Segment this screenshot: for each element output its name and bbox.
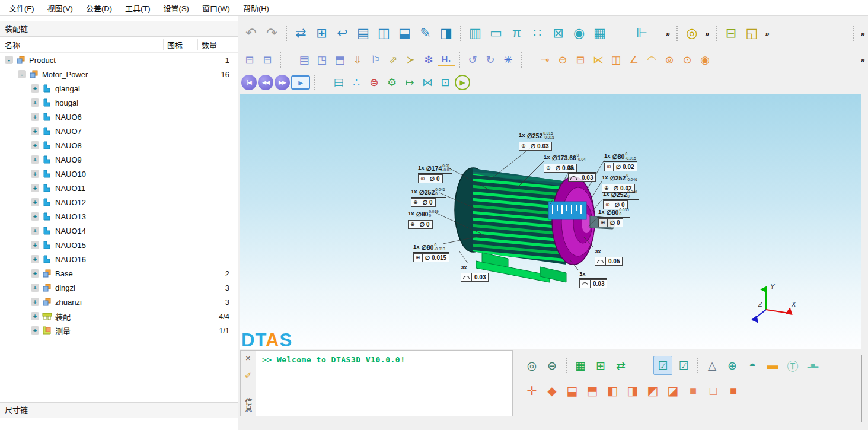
tree-row-Base[interactable]: +Base2 <box>0 266 238 281</box>
tree-row-NAUO12[interactable]: +NAUO12 <box>0 195 238 209</box>
overflow-chevron[interactable]: » <box>858 55 868 64</box>
tree-row-NAUO9[interactable]: +NAUO9 <box>0 152 238 167</box>
tree-row-NAUO8[interactable]: +NAUO8 <box>0 138 238 152</box>
view-back-button[interactable]: ◪ <box>664 382 682 400</box>
tree-item-label[interactable]: NAUO11 <box>55 184 85 193</box>
tree-row-dingzi[interactable]: +dingzi3 <box>0 281 238 295</box>
grid-outline-button[interactable]: ⊞ <box>592 356 609 374</box>
redo-button[interactable]: ↷ <box>262 24 282 43</box>
edit-document-button[interactable]: ✎ <box>416 24 435 43</box>
undo-button[interactable]: ↶ <box>241 24 261 43</box>
tree-row-qiangai[interactable]: +qiangai <box>0 81 238 95</box>
swap-layout-button[interactable]: ⇄ <box>612 356 630 374</box>
expand-icon[interactable]: + <box>31 113 39 121</box>
column-name[interactable]: 名称 <box>0 39 163 50</box>
explode-star-button[interactable]: ✳ <box>500 52 516 68</box>
assembly-sequence-button[interactable]: ▤ <box>296 52 312 68</box>
spec-report-button[interactable]: ▤ <box>330 74 347 91</box>
expand-icon[interactable]: + <box>31 241 39 249</box>
menu-tolerance[interactable]: 公差(D) <box>79 2 119 14</box>
explode-view-button[interactable]: ∴ <box>348 74 365 91</box>
tree-item-label[interactable]: NAUO10 <box>55 170 86 179</box>
tree-item-label[interactable]: 测量 <box>55 325 71 336</box>
viewport[interactable]: Y X Z DTAS 1x∅2520.015-0.015⊕∅ 0.031x∅17… <box>240 94 861 349</box>
menu-settings[interactable]: 设置(S) <box>157 2 196 14</box>
polyline-measure-button[interactable]: ≻ <box>403 52 419 68</box>
verify-panel-button[interactable]: ☑ <box>675 356 693 374</box>
expand-icon[interactable]: + <box>31 170 39 178</box>
isometric-view-button[interactable]: ◆ <box>543 382 561 400</box>
new-project-button[interactable]: ⊞ <box>312 24 331 43</box>
run-simulation-button[interactable]: ▶ <box>455 75 470 90</box>
mirror-view-button[interactable]: ⋈ <box>419 74 436 91</box>
display-solid-button[interactable]: ■ <box>684 382 702 400</box>
tree-row-NAUO14[interactable]: +NAUO14 <box>0 224 238 238</box>
export-document-button[interactable]: ◨ <box>436 24 456 43</box>
menu-tools[interactable]: 工具(T) <box>119 2 157 14</box>
console-close-icon[interactable]: × <box>245 353 251 363</box>
runout-tolerance-button[interactable]: ◉ <box>697 52 713 68</box>
assembly-operation-button[interactable]: ⊟ <box>721 24 741 43</box>
statistics-chart-button[interactable]: ▂▆▃ <box>804 356 822 374</box>
expand-icon[interactable]: + <box>31 255 39 263</box>
menu-view[interactable]: 视图(V) <box>41 2 79 14</box>
mate-vertical-button[interactable]: ⊟ <box>259 52 276 68</box>
expand-icon[interactable]: + <box>31 198 39 206</box>
tree-row-NAUO6[interactable]: +NAUO6 <box>0 110 238 124</box>
tree-item-label[interactable]: NAUO12 <box>55 198 86 207</box>
cube-settings-button[interactable]: ⊡ <box>437 74 454 91</box>
tree-item-label[interactable]: dingzi <box>55 284 75 292</box>
primitive-shapes-button[interactable]: △ <box>703 356 721 374</box>
tolerance-vector-button[interactable]: ⊸ <box>537 52 553 68</box>
feature-bolt-circle-button[interactable]: ◉ <box>569 24 589 43</box>
save-project-button[interactable]: ⬓ <box>395 24 414 43</box>
measure-ruler-button[interactable]: ▬ <box>764 356 781 374</box>
expand-icon[interactable]: + <box>31 269 39 278</box>
grid-filled-button[interactable]: ▦ <box>572 356 589 374</box>
locate-half-button[interactable]: ◓ <box>743 356 761 374</box>
tree-row-NAUO11[interactable]: +NAUO11 <box>0 181 238 195</box>
fast-forward-button[interactable]: ▶▶ <box>275 75 290 90</box>
feature-slot-plane-button[interactable]: ▥ <box>465 24 485 43</box>
mate-horizontal-button[interactable]: ⊟ <box>241 52 258 68</box>
expand-icon[interactable]: + <box>31 184 39 192</box>
expand-icon[interactable]: + <box>31 84 39 93</box>
tree-item-label[interactable]: NAUO6 <box>55 113 82 122</box>
overflow-chevron[interactable]: » <box>702 29 712 38</box>
expand-icon[interactable]: + <box>31 284 39 292</box>
profile-tolerance-button[interactable]: ◠ <box>643 52 660 68</box>
ellipse-tolerance-button[interactable]: ⊙ <box>679 52 695 68</box>
tree-item-label[interactable]: NAUO15 <box>55 241 86 250</box>
expand-icon[interactable]: + <box>31 141 39 149</box>
view-bottom-button[interactable]: ⬓ <box>563 382 581 400</box>
expand-icon[interactable]: + <box>31 312 39 320</box>
tree-row-装配[interactable]: +装配4/4 <box>0 309 238 323</box>
collapse-icon[interactable]: - <box>5 56 13 64</box>
tree-row-zhuanzi[interactable]: +zhuanzi3 <box>0 295 238 309</box>
expand-icon[interactable]: + <box>31 127 39 135</box>
view-top-button[interactable]: ⬒ <box>583 382 601 400</box>
expand-icon[interactable]: + <box>31 227 39 235</box>
tree-item-label[interactable]: 装配 <box>55 311 71 322</box>
menu-window[interactable]: 窗口(W) <box>196 2 237 14</box>
diameter-tolerance-button[interactable]: ⊖ <box>554 52 571 68</box>
tree-item-label[interactable]: NAUO13 <box>55 212 86 221</box>
tree-item-label[interactable]: hougai <box>55 98 78 107</box>
menu-help[interactable]: 帮助(H) <box>237 2 276 14</box>
overflow-chevron[interactable]: » <box>663 29 673 38</box>
tree-item-label[interactable]: NAUO8 <box>55 141 82 150</box>
distance-tolerance-button[interactable]: ⊟ <box>572 52 589 68</box>
tree-item-label[interactable]: Motor_Power <box>42 70 88 79</box>
tree-row-NAUO15[interactable]: +NAUO15 <box>0 238 238 252</box>
column-icon[interactable]: 图标 <box>163 39 197 50</box>
open-project-button[interactable]: ↩ <box>333 24 352 43</box>
expand-icon[interactable]: + <box>31 155 39 164</box>
statistics-document-button[interactable]: ◫ <box>374 24 394 43</box>
two-point-distance-button[interactable]: ⇗ <box>385 52 401 68</box>
tree-item-label[interactable]: zhuanzi <box>55 298 82 307</box>
toggle-labels-button[interactable]: Ⓣ <box>784 356 802 374</box>
expand-icon[interactable]: + <box>31 326 39 335</box>
datum-h1-button[interactable]: H₁ <box>438 53 455 66</box>
pin-hole-fit-button[interactable]: ⊩ <box>632 24 652 43</box>
expand-icon[interactable]: + <box>31 98 39 107</box>
